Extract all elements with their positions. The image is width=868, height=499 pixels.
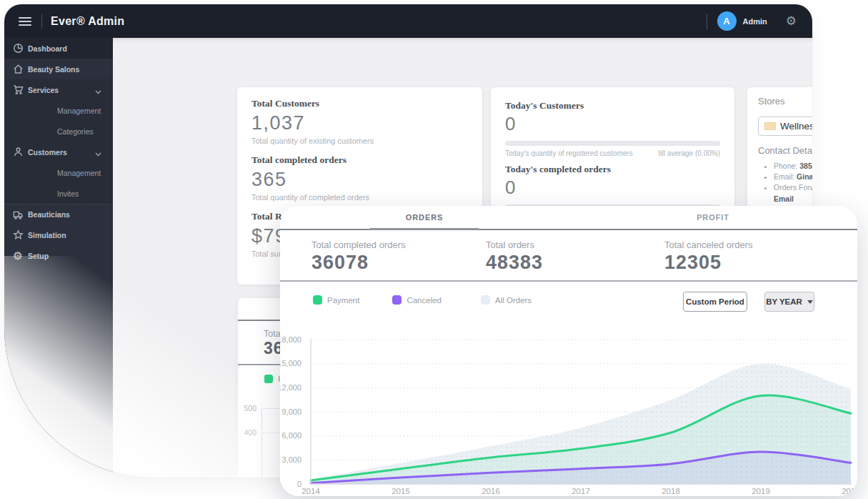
legend-item-canceled[interactable]: Canceled [392,295,442,305]
stat-label: Total completed orders [311,239,406,250]
legend-swatch [313,295,322,305]
progress-bar [505,141,720,146]
contact-list: Phone: 385.862.7448 x0636Email: Gina5@gm… [774,161,812,204]
legend-item-payment[interactable]: Payment [313,295,359,305]
svg-text:2015: 2015 [391,487,410,495]
legend-swatch [392,295,401,305]
y-axis-line [261,408,262,477]
menu-icon[interactable] [19,17,31,26]
svg-text:18,000: 18,000 [280,335,301,344]
today-stat: Today's Customers0Today's quantity of re… [505,100,720,164]
contact-item: Phone: 385.862.7448 x0636 [774,161,812,172]
custom-period-button[interactable]: Custom Period [683,292,747,312]
legend-label: Canceled [406,296,442,305]
stat-label: Total canceled orders [664,239,753,250]
gear-icon[interactable]: ⚙ [786,15,797,27]
by-year-dropdown[interactable]: BY YEAR [764,292,814,312]
orders-chart: 03,0006,0009,00012,00015,00018,000201420… [280,320,857,496]
svg-text:3,000: 3,000 [281,455,301,464]
sidebar-item-label: Setup [28,252,49,260]
sidebar-item-dashboard[interactable]: Dashboard [4,38,113,59]
contact-value: 385.862.7448 x0636 [799,162,812,170]
contact-item: Orders Forwarding With Phone Email [774,182,812,204]
sidebar-item-invites[interactable]: Invites [4,183,113,204]
sidebar-item-categories[interactable]: Categories [4,121,113,142]
tab-orders[interactable]: ORDERS [280,206,569,229]
sidebar-item-label: Simulation [28,231,66,239]
stat-value: 1,037 [251,112,468,134]
legend-label: Payment [327,296,359,305]
store-select-value: Wellness & SPA LLC [780,121,812,132]
chart-legend: PaymentCanceledAll Orders [313,295,532,305]
modal-stats: Total completed orders36078Total orders4… [280,230,857,282]
chevron-down-icon [95,149,101,158]
person-icon [12,147,24,157]
store-logo-thumb [764,122,776,130]
total-stat: Total completed orders365Total quantity … [251,154,468,211]
legend-swatch [264,375,273,383]
stat-value: 0 [505,177,720,199]
sidebar-item-management[interactable]: Management [4,100,113,121]
stat-value: 48383 [486,252,543,274]
sidebar-item-label: Management [57,169,101,177]
y-tick-label: 500 [238,404,256,412]
sidebar-item-beauty-salons[interactable]: Beauty Salons [4,59,113,79]
by-year-label: BY YEAR [766,297,802,306]
svg-text:0: 0 [297,480,301,488]
sidebar-item-setup[interactable]: ⚙Setup [4,245,113,266]
sidebar-item-label: Customers [28,148,67,157]
sidebar-item-customers[interactable]: Customers [4,142,113,162]
svg-text:2016: 2016 [482,487,500,495]
avatar[interactable]: A [717,11,737,31]
stat-title: Total completed orders [251,154,468,166]
stat-value: 12305 [664,252,753,274]
contact-label: Phone: [774,162,799,170]
app-header: Ever® Admin A Admin ⚙ [4,4,812,38]
caret-down-icon [807,300,813,304]
brand-title: Ever® Admin [51,15,124,28]
sidebar-item-label: Beauticians [28,210,70,219]
contact-item: Email: Gina5@gmail.com [774,172,812,182]
stat-desc: Total quantity of completed orders [251,193,468,202]
sidebar-item-label: Beauty Salons [28,65,79,74]
store-select[interactable]: Wellness & SPA LLC × [758,117,812,136]
modal-tab-bar: ORDERSPROFIT [280,206,857,230]
user-name[interactable]: Admin [743,17,767,26]
svg-text:2017: 2017 [572,487,590,495]
sidebar-item-label: Invites [57,189,79,198]
legend-item-all-orders[interactable]: All Orders [481,295,532,305]
modal-stat: Total orders48383 [486,239,543,274]
stat-average: till average (0.00%) [659,149,720,157]
sidebar-item-management[interactable]: Management [4,162,113,183]
legend-label: All Orders [495,296,532,305]
sidebar-item-beauticians[interactable]: Beauticians [4,204,113,224]
stat-value: 0 [505,113,720,135]
stat-value: 365 [251,169,468,191]
svg-text:15,000: 15,000 [280,359,301,367]
contact-label: Orders Forwarding With [774,183,812,192]
svg-text:12,000: 12,000 [280,383,301,392]
svg-text:9,000: 9,000 [281,407,301,416]
modal-stat: Total canceled orders12305 [664,239,753,274]
svg-text:2018: 2018 [662,487,680,495]
sidebar-item-simulation[interactable]: Simulation [4,224,113,245]
svg-text:2019: 2019 [752,487,770,495]
pie-chart-icon [12,43,24,54]
page-canvas: Ever® Admin A Admin ⚙ DashboardBeauty Sa… [0,0,868,499]
svg-text:6,000: 6,000 [281,431,301,440]
cart-icon [12,84,24,95]
stat-title: Today's completed orders [505,164,720,175]
total-stat: Total Customers1,037Total quantity of ex… [251,98,468,154]
gear-icon: ⚙ [12,250,24,261]
y-tick-label: 400 [238,428,256,437]
home-icon [12,64,24,74]
tab-profit[interactable]: PROFIT [569,206,857,229]
sidebar-item-label: Management [57,107,101,115]
sidebar-item-services[interactable]: Services [4,79,113,100]
contact-details-title: Contact Details [758,145,812,156]
chart-svg: 03,0006,0009,00012,00015,00018,000201420… [280,320,857,496]
stat-title: Today's Customers [505,100,720,112]
stat-desc: Total quantity of existing customers [251,137,468,145]
sidebar-item-label: Services [28,86,59,94]
modal-stat: Total completed orders36078 [311,239,406,274]
